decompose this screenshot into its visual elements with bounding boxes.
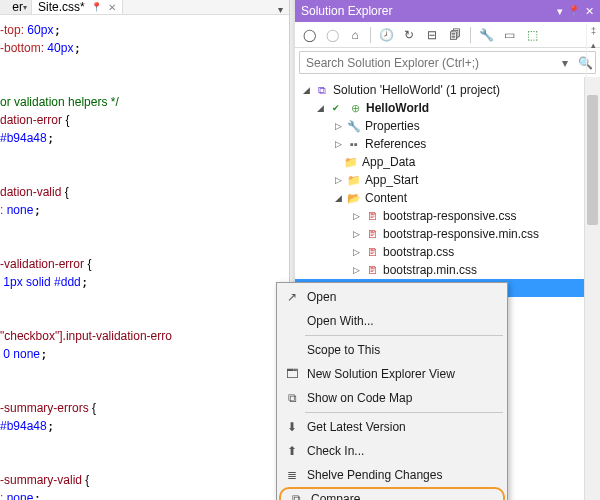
collapse-arrow-icon[interactable]: ▷	[351, 265, 361, 275]
css-file-icon: 🖹	[364, 210, 380, 222]
search-dropdown-icon[interactable]: ▾	[555, 56, 575, 70]
scrollbar-thumb[interactable]	[587, 95, 598, 225]
collapse-arrow-icon[interactable]: ▷	[351, 211, 361, 221]
collapse-arrow-icon[interactable]: ▷	[351, 247, 361, 257]
css-file-icon: 🖹	[364, 264, 380, 276]
check-in-icon: ⬆	[283, 444, 301, 458]
folder-content[interactable]: ◢ 📂 Content	[295, 189, 600, 207]
refresh-button[interactable]: ↻	[399, 25, 419, 45]
window-icon: 🗔	[283, 367, 301, 381]
compare-icon: ⧉	[287, 492, 305, 500]
node-label: App_Data	[362, 155, 415, 169]
menu-open[interactable]: ↗ Open	[277, 285, 507, 309]
show-all-files-button[interactable]: 🗐	[445, 25, 465, 45]
expand-arrow-icon[interactable]: ◢	[301, 85, 311, 95]
menu-label: Open With...	[307, 314, 374, 328]
close-icon[interactable]: ✕	[108, 2, 116, 13]
menu-label: Scope to This	[307, 343, 380, 357]
search-box[interactable]: ▾ 🔍	[299, 51, 596, 74]
file-node[interactable]: ▷🖹bootstrap.min.css	[295, 261, 600, 279]
references-icon: ▪▪	[346, 138, 362, 150]
menu-check-in[interactable]: ⬆ Check In...	[277, 439, 507, 463]
node-label: bootstrap.min.css	[383, 263, 477, 277]
css-file-icon: 🖹	[364, 228, 380, 240]
node-label: Solution 'HelloWorld' (1 project)	[333, 83, 500, 97]
view-class-button[interactable]: ⬚	[522, 25, 542, 45]
solution-explorer-titlebar[interactable]: Solution Explorer ▾ 📍 ✕	[295, 0, 600, 22]
menu-label: Get Latest Version	[307, 420, 406, 434]
preview-button[interactable]: ▭	[499, 25, 519, 45]
tab-group-dropdown[interactable]: er ▸	[0, 0, 32, 14]
node-label: HelloWorld	[366, 101, 429, 115]
references-node[interactable]: ▷ ▪▪ References	[295, 135, 600, 153]
tab-site-css[interactable]: Site.css* 📍 ✕	[32, 0, 123, 14]
open-icon: ↗	[283, 290, 301, 304]
code-map-icon: ⧉	[283, 391, 301, 405]
menu-show-code-map[interactable]: ⧉ Show on Code Map	[277, 386, 507, 410]
menu-shelve[interactable]: ≣ Shelve Pending Changes	[277, 463, 507, 487]
css-file-icon: 🖹	[364, 246, 380, 258]
shelve-icon: ≣	[283, 468, 301, 482]
menu-separator	[305, 335, 503, 336]
node-label: bootstrap-responsive.min.css	[383, 227, 539, 241]
explorer-toolbar: ◯ ◯ ⌂ 🕗 ↻ ⊟ 🗐 🔧 ▭ ⬚	[295, 22, 600, 48]
collapse-arrow-icon[interactable]: ▷	[333, 121, 343, 131]
forward-button[interactable]: ◯	[322, 25, 342, 45]
pin-icon[interactable]: 📍	[91, 2, 102, 12]
node-label: bootstrap-responsive.css	[383, 209, 516, 223]
code-editor[interactable]: -top: 60px; -bottom: 40px; or validation…	[0, 15, 289, 500]
project-icon: ⊕	[347, 102, 363, 115]
window-position-icon[interactable]: ▾	[557, 5, 563, 18]
menu-scope-to-this[interactable]: Scope to This	[277, 338, 507, 362]
collapse-all-button[interactable]: ⊟	[422, 25, 442, 45]
folder-open-icon: 📂	[346, 192, 362, 205]
folder-app-start[interactable]: ▷ 📁 App_Start	[295, 171, 600, 189]
solution-icon: ⧉	[314, 84, 330, 97]
context-menu: ↗ Open Open With... Scope to This 🗔 New …	[276, 282, 508, 500]
expand-arrow-icon[interactable]: ◢	[333, 193, 343, 203]
vertical-scrollbar[interactable]	[584, 77, 600, 500]
node-label: App_Start	[365, 173, 418, 187]
expand-icon[interactable]: ‡	[591, 26, 596, 36]
properties-node[interactable]: ▷ 🔧 Properties	[295, 117, 600, 135]
separator	[470, 27, 471, 43]
file-node[interactable]: ▷🖹bootstrap-responsive.min.css	[295, 225, 600, 243]
home-button[interactable]: ⌂	[345, 25, 365, 45]
collapse-arrow-icon[interactable]: ▷	[351, 229, 361, 239]
wrench-icon: 🔧	[346, 120, 362, 133]
node-label: Content	[365, 191, 407, 205]
menu-separator	[305, 412, 503, 413]
properties-button[interactable]: 🔧	[476, 25, 496, 45]
menu-label: Check In...	[307, 444, 364, 458]
tab-well-chevron-icon[interactable]: ▾	[278, 4, 283, 15]
menu-new-view[interactable]: 🗔 New Solution Explorer View	[277, 362, 507, 386]
file-node[interactable]: ▷🖹bootstrap-responsive.css	[295, 207, 600, 225]
menu-label: Shelve Pending Changes	[307, 468, 442, 482]
collapse-up-icon[interactable]: ▴	[591, 40, 596, 50]
menu-open-with[interactable]: Open With...	[277, 309, 507, 333]
download-icon: ⬇	[283, 420, 301, 434]
menu-get-latest[interactable]: ⬇ Get Latest Version	[277, 415, 507, 439]
search-input[interactable]	[300, 56, 555, 70]
folder-app-data[interactable]: 📁 App_Data	[295, 153, 600, 171]
code-editor-pane: er ▸ Site.css* 📍 ✕ ▾ -top: 60px; -bottom…	[0, 0, 290, 500]
file-node[interactable]: ▷🖹bootstrap.css	[295, 243, 600, 261]
menu-label: Show on Code Map	[307, 391, 412, 405]
collapse-arrow-icon[interactable]: ▷	[333, 139, 343, 149]
collapse-arrow-icon[interactable]: ▷	[333, 175, 343, 185]
menu-label: Compare...	[311, 492, 370, 500]
expand-arrow-icon[interactable]: ◢	[315, 103, 325, 113]
folder-icon: 📁	[346, 174, 362, 187]
sync-button[interactable]: 🕗	[376, 25, 396, 45]
project-node[interactable]: ◢ ✔ ⊕ HelloWorld	[295, 99, 600, 117]
back-button[interactable]: ◯	[299, 25, 319, 45]
menu-compare[interactable]: ⧉ Compare...	[279, 487, 505, 500]
separator	[370, 27, 371, 43]
node-label: bootstrap.css	[383, 245, 454, 259]
menu-label: Open	[307, 290, 336, 304]
check-icon: ✔	[328, 103, 344, 113]
close-icon[interactable]: ✕	[585, 5, 594, 18]
pin-icon[interactable]: 📍	[567, 5, 581, 18]
solution-node[interactable]: ◢ ⧉ Solution 'HelloWorld' (1 project)	[295, 81, 600, 99]
folder-icon: 📁	[343, 156, 359, 169]
